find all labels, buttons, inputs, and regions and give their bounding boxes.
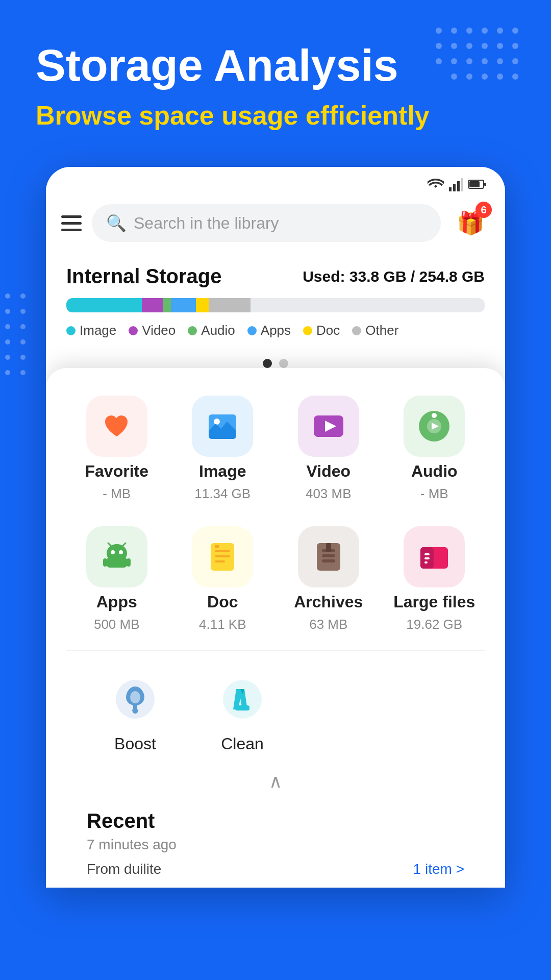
apps-name: Apps: [96, 593, 137, 611]
hamburger-menu-button[interactable]: [61, 215, 82, 231]
dot-video: [129, 326, 138, 335]
svg-point-48: [432, 413, 437, 418]
page-title: Storage Analysis: [36, 41, 515, 90]
svg-point-52: [119, 550, 123, 554]
bar-video: [142, 298, 163, 312]
dot-apps: [247, 326, 257, 335]
boost-tool[interactable]: Boost: [107, 671, 163, 753]
signal-icon: [449, 177, 463, 193]
dot-audio: [188, 326, 197, 335]
large-files-name: Large files: [393, 593, 475, 611]
top-bar: 🔍 Search in the library 🎁 6: [46, 199, 505, 253]
svg-rect-38: [461, 178, 463, 191]
boost-label: Boost: [114, 734, 156, 753]
storage-legend: Image Video Audio Apps Doc: [66, 323, 485, 338]
legend-doc-label: Doc: [316, 323, 340, 338]
svg-rect-64: [322, 554, 335, 557]
svg-point-29: [5, 339, 10, 345]
search-icon: 🔍: [106, 213, 127, 233]
apps-size: 500 MB: [94, 617, 140, 632]
pagination-dot-1[interactable]: [263, 359, 272, 368]
archives-name: Archives: [294, 593, 363, 611]
wifi-icon: [428, 179, 444, 192]
legend-apps-label: Apps: [261, 323, 291, 338]
legend-video-label: Video: [142, 323, 176, 338]
status-icons: [428, 177, 487, 193]
recent-section: Recent 7 minutes ago From duilite 1 item…: [66, 799, 485, 888]
storage-bar: [66, 298, 485, 312]
pagination-dot-2[interactable]: [279, 359, 288, 368]
svg-point-33: [5, 370, 10, 375]
svg-point-26: [20, 309, 26, 314]
svg-rect-60: [215, 560, 225, 562]
legend-image: Image: [66, 323, 116, 338]
svg-rect-37: [457, 181, 460, 191]
page-subtitle: Browse space usage efficiently: [36, 100, 515, 131]
storage-used: Used: 33.8 GB / 254.8 GB: [303, 268, 485, 285]
audio-name: Audio: [411, 462, 458, 481]
archives-size: 63 MB: [309, 617, 347, 632]
audio-icon: [404, 396, 465, 457]
gift-button[interactable]: 🎁 6: [451, 204, 490, 242]
storage-used-value: 33.8 GB / 254.8 GB: [349, 268, 485, 285]
bar-other: [209, 298, 251, 312]
archives-icon: [298, 526, 359, 587]
category-audio[interactable]: Audio - MB: [384, 388, 485, 509]
clean-tool[interactable]: Clean: [214, 671, 270, 753]
image-name: Image: [199, 462, 246, 481]
favorite-name: Favorite: [85, 462, 148, 481]
audio-size: - MB: [420, 486, 448, 502]
svg-line-54: [122, 543, 126, 546]
dot-other: [352, 326, 361, 335]
favorite-icon: [86, 396, 147, 457]
pull-indicator: ∧: [66, 764, 485, 799]
legend-audio: Audio: [188, 323, 235, 338]
recent-title: Recent: [87, 810, 464, 832]
category-doc[interactable]: Doc 4.11 KB: [172, 519, 273, 640]
decoration-dots-ml: [0, 286, 31, 388]
clean-icon: [214, 671, 270, 727]
svg-point-30: [20, 339, 26, 345]
dot-image: [66, 326, 76, 335]
legend-other: Other: [352, 323, 398, 338]
legend-apps: Apps: [247, 323, 291, 338]
category-image[interactable]: Image 11.34 GB: [172, 388, 273, 509]
recent-row: From duilite 1 item >: [87, 861, 464, 877]
svg-rect-71: [424, 561, 428, 564]
favorite-size: - MB: [103, 486, 131, 502]
svg-point-32: [20, 355, 26, 360]
svg-rect-36: [453, 184, 456, 191]
categories-card: Favorite - MB Image 11.34 GB: [46, 368, 505, 888]
svg-rect-75: [235, 705, 249, 710]
image-size: 11.34 GB: [194, 486, 251, 502]
svg-point-34: [20, 370, 26, 375]
category-archives[interactable]: Archives 63 MB: [278, 519, 379, 640]
pull-arrow-icon: ∧: [269, 771, 282, 792]
bar-image: [66, 298, 142, 312]
svg-rect-65: [322, 559, 335, 562]
clean-label: Clean: [221, 734, 264, 753]
category-large-files[interactable]: Large files 19.62 GB: [384, 519, 485, 640]
section-divider: [66, 650, 485, 651]
svg-rect-41: [469, 181, 480, 187]
search-bar[interactable]: 🔍 Search in the library: [92, 204, 441, 242]
category-apps[interactable]: Apps 500 MB: [66, 519, 167, 640]
svg-line-53: [108, 543, 111, 546]
categories-grid: Favorite - MB Image 11.34 GB: [66, 388, 485, 640]
bar-audio: [163, 298, 171, 312]
header-section: Storage Analysis Browse space usage effi…: [0, 0, 551, 152]
legend-other-label: Other: [365, 323, 398, 338]
svg-rect-35: [449, 187, 452, 191]
svg-point-31: [5, 355, 10, 360]
storage-header: Internal Storage Used: 33.8 GB / 254.8 G…: [66, 265, 485, 288]
svg-point-27: [5, 324, 10, 329]
svg-rect-55: [103, 558, 107, 567]
storage-section: Internal Storage Used: 33.8 GB / 254.8 G…: [46, 253, 505, 354]
category-video[interactable]: Video 403 MB: [278, 388, 379, 509]
recent-item-count[interactable]: 1 item >: [413, 861, 464, 877]
category-favorite[interactable]: Favorite - MB: [66, 388, 167, 509]
gift-badge: 6: [475, 202, 492, 218]
storage-label: Internal Storage: [66, 265, 222, 288]
large-files-size: 19.62 GB: [406, 617, 462, 632]
svg-rect-59: [215, 555, 230, 557]
